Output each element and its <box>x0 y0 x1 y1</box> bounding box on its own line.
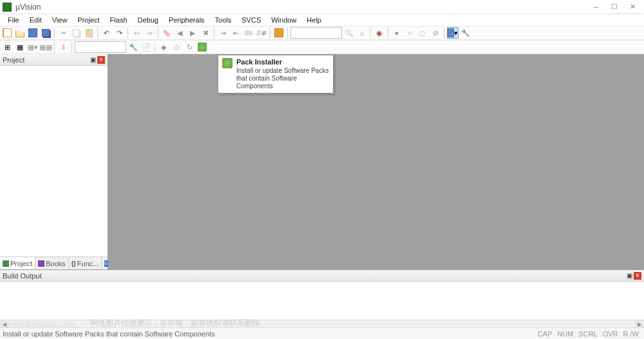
menu-debug[interactable]: Debug <box>133 15 164 25</box>
bookmark-button[interactable]: 🔖 <box>161 27 173 39</box>
status-num: NUM <box>554 330 576 338</box>
separator <box>270 28 270 38</box>
pane-close-button[interactable]: × <box>97 56 105 64</box>
separator <box>54 42 55 52</box>
app-title: µVision <box>15 3 587 12</box>
reload-pack-button[interactable]: ↻ <box>184 41 195 53</box>
breakpoint-enable-button[interactable]: ○ <box>404 27 415 39</box>
build-output-pane: Build Output ▣ × ◀ ▶ <box>0 269 644 327</box>
save-all-button[interactable] <box>40 27 52 39</box>
breakpoint-button[interactable]: ● <box>391 27 402 39</box>
project-pane-tabs: Project Books {}Func... 0Temp... <box>0 257 108 269</box>
find-in-files-button[interactable]: 🔍 <box>343 27 355 39</box>
build-output-header: Build Output ▣ × <box>0 270 644 282</box>
pack-installer-tooltip: Pack Installer Install or update Softwar… <box>218 55 334 93</box>
breakpoint-kill-button[interactable]: ⊘ <box>430 27 441 39</box>
incremental-find-button[interactable]: ⌕ <box>356 27 368 39</box>
separator <box>155 42 155 52</box>
menu-peripherals[interactable]: Peripherals <box>164 15 210 25</box>
outdent-button[interactable]: ⇤ <box>230 27 242 39</box>
translate-button[interactable]: ⊞ <box>1 41 13 53</box>
separator <box>287 28 288 38</box>
menu-file[interactable]: File <box>3 15 24 25</box>
editor-area: Pack Installer Install or update Softwar… <box>108 54 644 269</box>
separator <box>71 42 72 52</box>
menu-window[interactable]: Window <box>266 15 301 25</box>
separator <box>128 28 128 38</box>
debug-button[interactable]: ◉ <box>374 27 385 39</box>
save-button[interactable] <box>27 27 39 39</box>
open-file-button[interactable] <box>14 27 26 39</box>
bookmark-next-button[interactable]: ▶ <box>187 27 198 39</box>
redo-button[interactable]: ↷ <box>113 27 125 39</box>
app-icon <box>3 3 12 12</box>
manage-rte-button[interactable]: ◆ <box>158 41 169 53</box>
maximize-button[interactable]: ☐ <box>605 1 623 13</box>
cut-button[interactable]: ✂ <box>57 27 69 39</box>
toolbar-main: ✂ ↶ ↷ ⇦ ⇨ 🔖 ◀ ▶ ✖ ⇥ ⇤ //≡ //≢ 🔍 ⌕ ◉ ● ○ … <box>0 26 644 40</box>
separator <box>214 28 214 38</box>
find-button[interactable] <box>273 27 285 39</box>
bookmark-clear-button[interactable]: ✖ <box>200 27 211 39</box>
new-file-button[interactable] <box>1 27 13 39</box>
separator <box>54 28 55 38</box>
bookmark-prev-button[interactable]: ◀ <box>174 27 185 39</box>
menu-edit[interactable]: Edit <box>24 15 47 25</box>
pane-dropdown-button[interactable]: ▣ <box>88 55 97 64</box>
window-toggle-button[interactable]: ▾ <box>447 27 459 39</box>
project-tree[interactable] <box>0 66 108 257</box>
select-pack-button[interactable]: ◇ <box>171 41 182 53</box>
pane-dropdown-button[interactable]: ▣ <box>625 271 634 280</box>
tab-project[interactable]: Project <box>0 257 35 269</box>
tab-books[interactable]: Books <box>35 257 69 269</box>
build-button[interactable]: ▦ <box>14 41 26 53</box>
scroll-track[interactable] <box>9 320 635 327</box>
minimize-button[interactable]: ─ <box>587 1 605 13</box>
nav-fwd-button[interactable]: ⇨ <box>144 27 155 39</box>
build-output-body[interactable] <box>0 282 644 320</box>
status-rw: R /W <box>621 330 641 338</box>
paste-button[interactable] <box>83 27 95 39</box>
menu-svcs[interactable]: SVCS <box>236 15 266 25</box>
build-output-scrollbar[interactable]: ◀ ▶ <box>0 320 644 327</box>
target-options-button[interactable]: 🔧 <box>128 41 139 53</box>
indent-button[interactable]: ⇥ <box>217 27 229 39</box>
find-combo[interactable] <box>290 27 342 39</box>
configure-button[interactable]: 🔧 <box>460 27 471 39</box>
close-window-button[interactable]: ✕ <box>623 1 641 13</box>
file-ext-button[interactable]: 📄 <box>140 41 152 53</box>
tab-functions[interactable]: {}Func... <box>69 257 102 269</box>
comment-button[interactable]: //≡ <box>243 27 254 39</box>
separator <box>97 28 98 38</box>
workspace: Project ▣ × Project Books {}Func... 0Tem… <box>0 54 644 269</box>
separator <box>388 28 388 38</box>
nav-back-button[interactable]: ⇦ <box>131 27 142 39</box>
pack-installer-icon <box>222 58 232 68</box>
menu-project[interactable]: Project <box>72 15 104 25</box>
batch-build-button[interactable]: ▦▦ <box>40 41 52 53</box>
copy-button[interactable] <box>70 27 82 39</box>
status-message: Install or update Software Packs that co… <box>3 330 535 338</box>
breakpoint-disable-button[interactable]: ◌ <box>417 27 428 39</box>
pack-installer-button[interactable] <box>196 41 208 53</box>
menu-flash[interactable]: Flash <box>105 15 133 25</box>
menu-tools[interactable]: Tools <box>210 15 237 25</box>
pane-close-button[interactable]: × <box>634 272 641 280</box>
project-pane-title: Project <box>3 56 24 64</box>
statusbar: Install or update Software Packs that co… <box>0 327 644 339</box>
tooltip-title: Pack Installer <box>236 58 329 66</box>
undo-button[interactable]: ↶ <box>100 27 112 39</box>
separator <box>370 28 371 38</box>
download-button[interactable]: ⬇ <box>57 41 69 53</box>
target-combo[interactable] <box>75 41 126 53</box>
status-ovr: OVR <box>600 330 621 338</box>
menu-help[interactable]: Help <box>301 15 327 25</box>
menubar: File Edit View Project Flash Debug Perip… <box>0 14 644 26</box>
uncomment-button[interactable]: //≢ <box>256 27 267 39</box>
menu-view[interactable]: View <box>47 15 73 25</box>
project-pane-header: Project ▣ × <box>0 54 108 66</box>
rebuild-button[interactable]: ▦▾ <box>27 41 39 53</box>
project-pane: Project ▣ × Project Books {}Func... 0Tem… <box>0 54 108 269</box>
titlebar: µVision ─ ☐ ✕ <box>0 0 644 14</box>
tooltip-description: Install or update Software Packs that co… <box>236 67 329 90</box>
